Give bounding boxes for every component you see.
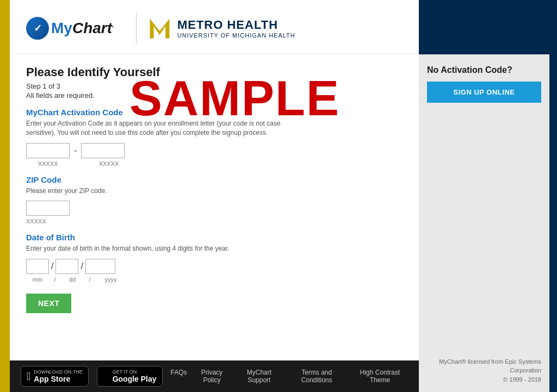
footer-faqs-link[interactable]: FAQs (171, 369, 187, 384)
dob-yyyy-field[interactable] (85, 259, 115, 274)
metro-health-title: METRO HEALTH (177, 18, 295, 32)
sign-up-online-button[interactable]: SIGN UP ONLINE (427, 82, 541, 103)
zip-code-desc: Please enter your ZIP code. (26, 186, 298, 196)
left-accent-strip (0, 0, 10, 392)
app-store-big-text: App Store (34, 375, 82, 383)
right-sidebar: No Activation Code? SIGN UP ONLINE MyCha… (419, 0, 549, 392)
dob-mm-label: mm (26, 276, 49, 283)
header-divider (136, 12, 137, 45)
footer-support-link[interactable]: MyChart Support (237, 369, 281, 384)
google-play-text: GET IT ON Google Play (113, 369, 157, 383)
dob-slash-1: / (51, 262, 53, 271)
footer-terms-link[interactable]: Terms and Conditions (288, 369, 345, 384)
no-activation-title: No Activation Code? (427, 65, 541, 75)
footer:  Download on the App Store ▶ GET IT ON … (10, 360, 419, 392)
metro-m-icon (147, 16, 172, 41)
metro-health-subtitle: UNIVERSITY OF MICHIGAN HEALTH (177, 32, 295, 39)
dob-dd-label: dd (61, 276, 84, 283)
center-content-area: MyChart. METRO HEALTH UNIVERSITY OF MICH… (10, 0, 419, 392)
app-store-text: Download on the App Store (34, 369, 82, 383)
mychart-text: MyChart. (51, 20, 114, 37)
dob-label: Date of Birth (26, 233, 403, 242)
dob-yyyy-label: yyyy (96, 276, 126, 283)
apple-icon:  (27, 370, 30, 383)
google-play-icon: ▶ (103, 371, 109, 382)
app-store-badge[interactable]:  Download on the App Store (21, 366, 89, 387)
zip-code-input-wrap (26, 201, 403, 216)
activation-code-field-2[interactable] (81, 143, 125, 158)
google-play-big-text: Google Play (113, 375, 157, 383)
activation-code-field-1[interactable] (26, 143, 70, 158)
metro-health-logo: METRO HEALTH UNIVERSITY OF MICHIGAN HEAL… (147, 16, 295, 41)
next-button[interactable]: NEXT (26, 294, 71, 313)
app-store-small-text: Download on the (34, 369, 82, 375)
footer-privacy-link[interactable]: Privacy Policy (194, 369, 231, 384)
activation-code-desc: Enter your Activation Code as it appears… (26, 119, 298, 138)
fields-required: All fields are required. (26, 91, 403, 99)
sidebar-footer: MyChart® licensed from Epic Systems Corp… (419, 352, 549, 393)
svg-marker-0 (150, 18, 169, 38)
dob-field-labels: mm / dd / yyyy (26, 276, 403, 283)
activation-code-label-1: XXXXX (26, 160, 70, 167)
footer-contrast-link[interactable]: High Contrast Theme (352, 369, 408, 384)
zip-code-field-label: XXXXX (26, 218, 403, 225)
main-content: SAMPLE Please Identify Yourself Step 1 o… (10, 54, 419, 360)
zip-code-field[interactable] (26, 201, 70, 216)
google-play-badge[interactable]: ▶ GET IT ON Google Play (97, 366, 163, 387)
metro-health-text: METRO HEALTH UNIVERSITY OF MICHIGAN HEAL… (177, 18, 295, 39)
activation-code-dash: - (74, 146, 77, 155)
sidebar-top-banner (419, 0, 549, 54)
step-info: Step 1 of 3 (26, 82, 403, 90)
activation-code-label: MyChart Activation Code (26, 108, 403, 117)
header: MyChart. METRO HEALTH UNIVERSITY OF MICH… (10, 0, 419, 54)
sidebar-footer-line1: MyChart® licensed from Epic Systems Corp… (427, 357, 541, 375)
activation-code-label-2: XXXXX (87, 160, 131, 167)
zip-code-label: ZIP Code (26, 175, 403, 184)
dob-desc: Enter your date of birth in the format s… (26, 244, 298, 253)
sidebar-content: No Activation Code? SIGN UP ONLINE (419, 54, 549, 352)
footer-links: FAQs Privacy Policy MyChart Support Term… (171, 369, 408, 384)
activation-code-inputs: - (26, 143, 403, 158)
dob-mm-field[interactable] (26, 259, 49, 274)
mychart-logo: MyChart. (26, 17, 114, 40)
right-accent-strip (549, 0, 557, 392)
activation-code-field-labels: XXXXX XXXXX (26, 160, 403, 167)
page-title: Please Identify Yourself (26, 65, 403, 79)
dob-slash-2: / (81, 262, 83, 271)
mychart-icon (26, 17, 49, 40)
sidebar-footer-line2: © 1999 - 2018 (427, 375, 541, 384)
dob-inputs: / / (26, 259, 403, 274)
dob-dd-field[interactable] (55, 259, 78, 274)
google-play-small-text: GET IT ON (113, 369, 157, 375)
